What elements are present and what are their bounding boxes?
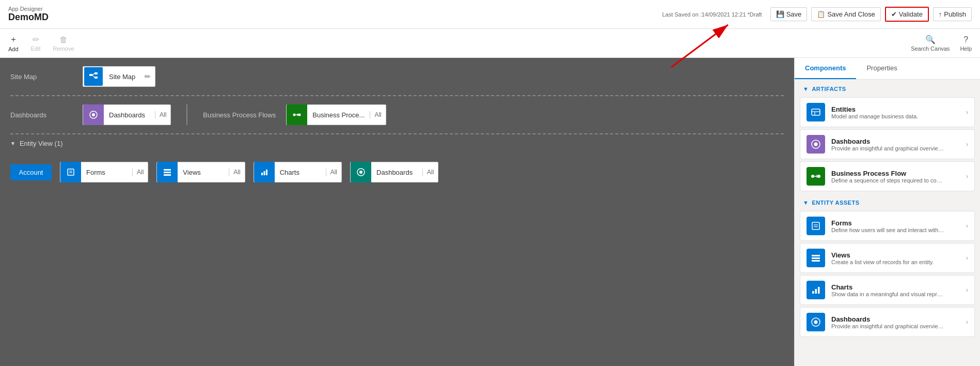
- panel-item-charts[interactable]: Charts Show data in a meaningful and vis…: [800, 275, 975, 305]
- row-divider: [186, 104, 187, 125]
- bpf-card-all[interactable]: All: [370, 111, 385, 118]
- entity-dashboards-panel-icon: [807, 313, 825, 331]
- toolbar-edit[interactable]: ✏ Edit: [31, 35, 41, 52]
- entity-row: Account Forms All Views: [10, 154, 784, 191]
- svg-rect-18: [266, 170, 267, 175]
- views-panel-title: Views: [831, 251, 960, 259]
- add-label: Add: [8, 46, 19, 52]
- search-icon: 🔍: [925, 35, 936, 44]
- entities-title: Entities: [831, 105, 960, 113]
- help-button[interactable]: ? Help: [960, 35, 972, 52]
- tab-properties[interactable]: Properties: [856, 58, 907, 79]
- save-and-close-button[interactable]: 📋 Save And Close: [811, 7, 881, 21]
- svg-rect-0: [89, 74, 92, 76]
- dashboards-card-label: Dashboards: [104, 111, 155, 119]
- app-designer-label: App Designer: [8, 6, 49, 12]
- entity-header-label: Entity View (1): [20, 140, 63, 147]
- sitemap-card[interactable]: Site Map ✏: [83, 66, 155, 87]
- bpf-card[interactable]: Business Proce... All: [286, 104, 386, 125]
- dashboards-card-all[interactable]: All: [155, 111, 170, 118]
- canvas-scroll: Site Map Site Map ✏ Dashboards Dashboard…: [0, 58, 794, 366]
- svg-line-4: [92, 75, 94, 78]
- entity-section: ▼ Entity View (1) Account Forms All: [10, 134, 784, 191]
- artifacts-section-header: ▼ ARTIFACTS: [795, 80, 980, 95]
- toolbar-add[interactable]: ＋ Add: [8, 34, 19, 52]
- charts-card-icon: [254, 162, 275, 182]
- charts-panel-icon: [807, 281, 825, 299]
- canvas: Site Map Site Map ✏ Dashboards Dashboard…: [0, 58, 794, 366]
- panel-item-forms[interactable]: Forms Define how users will see and inte…: [800, 211, 975, 241]
- svg-rect-36: [815, 289, 817, 294]
- views-card-all[interactable]: All: [229, 169, 244, 176]
- svg-point-26: [811, 175, 814, 178]
- entity-assets-label: ENTITY ASSETS: [812, 200, 859, 206]
- forms-card-all[interactable]: All: [133, 169, 148, 176]
- svg-rect-10: [68, 169, 74, 175]
- panel-item-entities[interactable]: Entities Model and manage business data.…: [800, 97, 975, 127]
- entity-dashboards-card-all[interactable]: All: [423, 169, 438, 176]
- forms-card[interactable]: Forms All: [60, 162, 148, 182]
- entities-icon: [807, 103, 825, 121]
- artifacts-chevron-icon: ▼: [803, 86, 809, 92]
- charts-panel-chevron-icon: ›: [966, 286, 968, 294]
- help-label: Help: [960, 45, 972, 52]
- svg-rect-13: [164, 169, 171, 171]
- entity-header: ▼ Entity View (1): [10, 140, 784, 147]
- bpf-panel-icon: [807, 167, 825, 186]
- panel-tabs: Components Properties: [795, 58, 980, 80]
- svg-rect-34: [812, 260, 820, 262]
- entity-dashboards-card-icon: [351, 162, 371, 182]
- entity-dashboards-panel-chevron-icon: ›: [966, 318, 968, 326]
- svg-rect-2: [94, 77, 98, 79]
- dashboards-card[interactable]: Dashboards All: [83, 104, 171, 125]
- account-button[interactable]: Account: [10, 164, 52, 180]
- panel-item-dashboards[interactable]: Dashboards Provide an insightful and gra…: [800, 129, 975, 159]
- charts-card-label: Charts: [275, 169, 326, 176]
- forms-card-icon: [60, 162, 81, 182]
- validate-button[interactable]: ✔ Validate: [885, 7, 929, 22]
- save-button[interactable]: 💾 Save: [770, 7, 808, 21]
- toolbar-remove[interactable]: 🗑 Remove: [53, 35, 74, 52]
- entities-chevron-icon: ›: [966, 109, 968, 116]
- search-canvas-label: Search Canvas: [911, 45, 950, 52]
- dashboards-row-label: Dashboards: [10, 111, 72, 119]
- svg-rect-15: [164, 174, 171, 176]
- entity-dashboards-card-label: Dashboards: [371, 169, 423, 176]
- views-panel-icon: [807, 249, 825, 267]
- dashboards-panel-desc: Provide an insightful and graphical over…: [831, 145, 945, 151]
- panel-item-bpf[interactable]: Business Process Flow Define a sequence …: [800, 161, 975, 191]
- svg-point-6: [92, 113, 95, 116]
- forms-panel-title: Forms: [831, 219, 960, 227]
- search-canvas-button[interactable]: 🔍 Search Canvas: [911, 35, 950, 52]
- entity-dashboards-card[interactable]: Dashboards All: [350, 162, 438, 182]
- entity-assets-section-header: ▼ ENTITY ASSETS: [795, 193, 980, 209]
- dashboards-panel-icon: [807, 135, 825, 154]
- charts-panel-desc: Show data in a meaningful and visual rep…: [831, 291, 945, 297]
- panel-item-entity-dashboards[interactable]: Dashboards Provide an insightful and gra…: [800, 307, 975, 337]
- svg-rect-32: [812, 255, 820, 256]
- charts-card[interactable]: Charts All: [254, 162, 342, 182]
- publish-icon: ↑: [939, 10, 942, 18]
- forms-card-label: Forms: [81, 169, 133, 176]
- views-panel-chevron-icon: ›: [966, 254, 968, 262]
- sitemap-label: Site Map: [104, 73, 140, 81]
- forms-panel-icon: [807, 217, 825, 235]
- tab-components[interactable]: Components: [795, 58, 856, 79]
- panel-item-views[interactable]: Views Create a list view of records for …: [800, 243, 975, 273]
- svg-point-20: [359, 171, 362, 174]
- remove-label: Remove: [53, 45, 74, 52]
- sitemap-row-label: Site Map: [10, 73, 72, 81]
- remove-icon: 🗑: [59, 35, 68, 44]
- svg-point-25: [814, 143, 818, 146]
- views-card[interactable]: Views All: [156, 162, 245, 182]
- charts-card-all[interactable]: All: [326, 169, 341, 176]
- app-info: App Designer DemoMD: [8, 6, 49, 23]
- views-card-label: Views: [178, 169, 229, 176]
- sitemap-edit-icon[interactable]: ✏: [140, 72, 155, 81]
- sitemap-icon: [84, 67, 103, 86]
- publish-button[interactable]: ↑ Publish: [933, 7, 972, 21]
- bpf-panel-desc: Define a sequence of steps required to c…: [831, 177, 945, 184]
- top-bar-actions: Last Saved on :14/09/2021 12:21 *Draft 💾…: [662, 7, 972, 22]
- toolbar-right: 🔍 Search Canvas ? Help: [911, 35, 972, 52]
- edit-label: Edit: [31, 45, 41, 52]
